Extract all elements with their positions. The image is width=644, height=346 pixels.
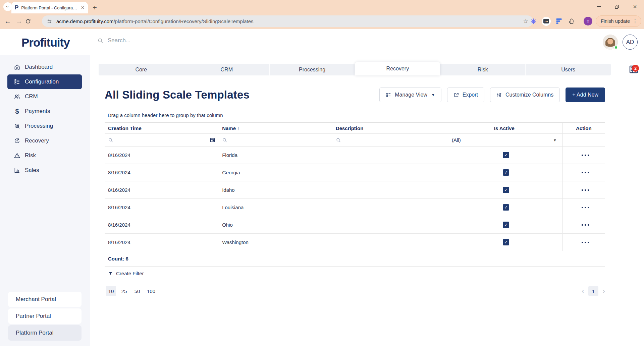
tab-risk[interactable]: Risk	[440, 64, 526, 75]
finish-update-button[interactable]: Finish update ⋮	[596, 15, 641, 27]
is-active-checkbox[interactable]: ✓	[503, 222, 509, 228]
row-actions-menu[interactable]	[566, 155, 605, 156]
table-row[interactable]: 8/16/2024 Washington ✓	[105, 234, 605, 251]
is-active-filter-select[interactable]: (All) ▼	[446, 137, 562, 143]
column-header-description[interactable]: Description	[332, 125, 446, 131]
password-manager-extension-icon[interactable]: •••	[542, 16, 551, 26]
tab-search-chevron-icon[interactable]: ›	[3, 2, 12, 11]
sidebar-item-label: Configuration	[25, 78, 59, 85]
url-text[interactable]: acme.demo.profituity.com/platform-portal…	[56, 18, 519, 24]
table-row[interactable]: 8/16/2024 Georgia ✓	[105, 164, 605, 181]
tab-recovery[interactable]: Recovery	[355, 62, 440, 75]
table-row[interactable]: 8/16/2024 Idaho ✓	[105, 181, 605, 199]
page-size-25[interactable]: 25	[119, 286, 129, 296]
manage-view-button[interactable]: Manage View▼	[379, 88, 441, 102]
grid-filter-row: (All) ▼	[105, 134, 605, 147]
account-initials-badge[interactable]: AD	[623, 35, 638, 50]
table-row[interactable]: 8/16/2024 Louisiana ✓	[105, 199, 605, 216]
creation-time-filter-input[interactable]	[116, 137, 207, 143]
browser-profile-avatar[interactable]: T	[584, 17, 592, 25]
payments-icon: $	[13, 108, 21, 115]
customize-columns-icon	[496, 92, 502, 98]
column-header-name[interactable]: Name↑	[219, 125, 332, 131]
online-status-dot	[614, 46, 618, 49]
page-size-50[interactable]: 50	[132, 286, 142, 296]
sidebar-item-processing[interactable]: Processing	[7, 119, 82, 133]
row-actions-menu[interactable]	[566, 224, 605, 226]
row-actions-menu[interactable]	[566, 242, 605, 243]
previous-page-chevron[interactable]: ‹	[582, 287, 584, 295]
browser-menu-kebab-icon[interactable]: ⋮	[633, 18, 638, 24]
search-icon	[97, 38, 104, 44]
group-by-hint[interactable]: Drag a column header here to group by th…	[108, 112, 611, 118]
row-actions-menu[interactable]	[566, 172, 605, 173]
sidebar-item-sales[interactable]: Sales	[7, 163, 82, 178]
profituity-logo[interactable]: Profituity	[21, 36, 70, 49]
main-content: Core CRM Processing Recovery Risk Users …	[90, 55, 644, 346]
column-header-action: Action	[562, 123, 605, 133]
url-bar[interactable]: acme.demo.profituity.com/platform-portal…	[42, 15, 533, 27]
tab-processing[interactable]: Processing	[270, 64, 355, 75]
global-search	[97, 37, 249, 44]
close-button[interactable]: ×	[626, 0, 644, 13]
extensions-puzzle-icon[interactable]	[567, 16, 577, 26]
add-new-button[interactable]: + Add New	[566, 88, 605, 102]
column-header-is-active[interactable]: Is Active	[446, 125, 562, 131]
manage-view-icon	[386, 92, 391, 98]
restore-button[interactable]	[608, 0, 626, 13]
customize-columns-button[interactable]: Customize Columns	[490, 88, 560, 102]
minimize-button[interactable]	[590, 0, 608, 13]
tab-close-icon[interactable]: ×	[80, 5, 85, 10]
next-page-chevron[interactable]: ›	[602, 287, 605, 295]
bookmark-star-icon[interactable]: ☆	[523, 18, 528, 25]
sidebar-item-dashboard[interactable]: Dashboard	[7, 60, 82, 74]
calendar-icon[interactable]	[210, 137, 215, 143]
tab-crm[interactable]: CRM	[184, 64, 270, 75]
row-actions-menu[interactable]	[566, 207, 605, 208]
page-size-10[interactable]: 10	[106, 286, 116, 296]
sidebar-item-payments[interactable]: $ Payments	[7, 104, 82, 119]
column-header-creation-time[interactable]: Creation Time	[105, 125, 219, 131]
sidebar-item-label: Payments	[25, 108, 50, 115]
tab-core[interactable]: Core	[99, 64, 184, 75]
reload-button[interactable]	[25, 18, 36, 24]
create-filter-button[interactable]: Create Filter	[105, 267, 605, 280]
partner-portal-button[interactable]: Partner Portal	[8, 308, 82, 324]
export-button[interactable]: Export	[447, 88, 484, 102]
is-active-checkbox[interactable]: ✓	[503, 152, 509, 158]
forward-button[interactable]: →	[13, 17, 25, 25]
filter-extension-icon[interactable]	[554, 16, 564, 26]
sales-chart-icon	[13, 167, 21, 174]
is-active-checkbox[interactable]: ✓	[503, 239, 509, 245]
sidebar-item-recovery[interactable]: Recovery	[7, 133, 82, 148]
sidebar-item-crm[interactable]: CRM	[7, 89, 82, 104]
row-actions-menu[interactable]	[566, 189, 605, 191]
is-active-checkbox[interactable]: ✓	[503, 169, 509, 176]
merchant-portal-button[interactable]: Merchant Portal	[8, 292, 82, 307]
current-page-number[interactable]: 1	[588, 286, 598, 296]
sidebar-item-label: Processing	[25, 123, 53, 129]
sidebar-item-risk[interactable]: Risk	[7, 148, 82, 163]
spark-extension-icon[interactable]	[529, 16, 538, 26]
sidebar-item-label: Dashboard	[25, 64, 53, 70]
browser-tab[interactable]: P Platform Portal - Configuration ×	[11, 2, 88, 13]
new-tab-button[interactable]: +	[93, 4, 97, 11]
back-button[interactable]: ←	[2, 17, 13, 25]
page-size-100[interactable]: 100	[145, 286, 157, 296]
tab-users[interactable]: Users	[526, 64, 611, 75]
right-panel-toggle[interactable]: 2	[628, 62, 640, 75]
platform-portal-button[interactable]: Platform Portal	[8, 325, 82, 341]
table-row[interactable]: 8/16/2024 Ohio ✓	[105, 216, 605, 234]
browser-window: › P Platform Portal - Configuration × + …	[0, 0, 644, 346]
description-filter-input[interactable]	[344, 137, 443, 143]
name-filter-input[interactable]	[230, 137, 329, 143]
search-input[interactable]	[108, 37, 249, 44]
export-icon	[453, 92, 459, 98]
page-size-selector: 10 25 50 100	[105, 286, 157, 296]
sidebar-item-configuration[interactable]: Configuration	[7, 74, 82, 89]
table-row[interactable]: 8/16/2024 Florida ✓	[105, 147, 605, 164]
pagination-row: 10 25 50 100 ‹ 1 ›	[105, 280, 605, 302]
is-active-checkbox[interactable]: ✓	[503, 204, 509, 211]
home-icon	[13, 63, 21, 71]
is-active-checkbox[interactable]: ✓	[503, 187, 509, 193]
